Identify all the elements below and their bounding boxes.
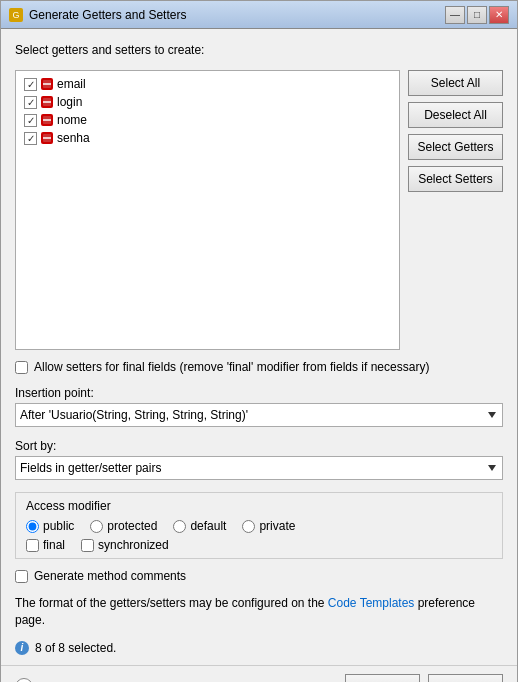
status-text: 8 of 8 selected. [35, 641, 116, 655]
field-type-icon [41, 78, 53, 90]
radio-protected-label: protected [107, 519, 157, 533]
synchronized-label: synchronized [98, 538, 169, 552]
radio-protected: protected [90, 519, 157, 533]
generate-getters-setters-window: G Generate Getters and Setters — □ ✕ Sel… [0, 0, 518, 682]
list-area: emailloginnomesenha Select All Deselect … [15, 70, 503, 350]
info-text-before: The format of the getters/setters may be… [15, 596, 328, 610]
status-icon: i [15, 641, 29, 655]
bottom-buttons: OK Cancel [345, 674, 503, 682]
window-title: Generate Getters and Setters [29, 8, 186, 22]
action-buttons: Select All Deselect All Select Getters S… [408, 70, 503, 350]
list-item[interactable]: senha [20, 129, 395, 147]
sort-by-select[interactable]: Fields in getter/setter pairs [15, 456, 503, 480]
ok-button[interactable]: OK [345, 674, 420, 682]
radio-protected-input[interactable] [90, 520, 103, 533]
radio-default-label: default [190, 519, 226, 533]
help-button[interactable]: ? [15, 678, 33, 682]
insertion-point-label: Insertion point: [15, 386, 503, 400]
radio-default: default [173, 519, 226, 533]
list-item[interactable]: nome [20, 111, 395, 129]
main-content: Select getters and setters to create: em… [1, 29, 517, 665]
code-templates-link[interactable]: Code Templates [328, 596, 415, 610]
titlebar-buttons: — □ ✕ [445, 6, 509, 24]
allow-setters-row: Allow setters for final fields (remove '… [15, 360, 503, 374]
allow-setters-checkbox[interactable] [15, 361, 28, 374]
access-modifier-section: Access modifier public protected default… [15, 492, 503, 559]
field-type-icon [41, 132, 53, 144]
allow-setters-label: Allow setters for final fields (remove '… [34, 360, 429, 374]
final-label: final [43, 538, 65, 552]
access-modifier-title: Access modifier [26, 499, 492, 513]
final-check: final [26, 538, 65, 552]
synchronized-checkbox[interactable] [81, 539, 94, 552]
info-text: The format of the getters/setters may be… [15, 595, 503, 629]
window-icon: G [9, 8, 23, 22]
field-checkbox[interactable] [24, 114, 37, 127]
select-all-button[interactable]: Select All [408, 70, 503, 96]
radio-private-input[interactable] [242, 520, 255, 533]
titlebar: G Generate Getters and Setters — □ ✕ [1, 1, 517, 29]
radio-public: public [26, 519, 74, 533]
field-name-label: login [57, 95, 82, 109]
sort-by-label: Sort by: [15, 439, 503, 453]
field-name-label: senha [57, 131, 90, 145]
radio-public-label: public [43, 519, 74, 533]
field-checkbox[interactable] [24, 78, 37, 91]
field-name-label: nome [57, 113, 87, 127]
section-label: Select getters and setters to create: [15, 43, 503, 57]
field-type-icon [41, 96, 53, 108]
final-checkbox[interactable] [26, 539, 39, 552]
deselect-all-button[interactable]: Deselect All [408, 102, 503, 128]
list-item[interactable]: email [20, 75, 395, 93]
sort-by-section: Sort by: Fields in getter/setter pairs [15, 439, 503, 480]
generate-comments-label: Generate method comments [34, 569, 186, 583]
field-checkbox[interactable] [24, 132, 37, 145]
select-getters-button[interactable]: Select Getters [408, 134, 503, 160]
titlebar-left: G Generate Getters and Setters [9, 8, 186, 22]
list-item[interactable]: login [20, 93, 395, 111]
radio-default-input[interactable] [173, 520, 186, 533]
status-row: i 8 of 8 selected. [15, 641, 503, 655]
fields-list[interactable]: emailloginnomesenha [15, 70, 400, 350]
bottom-left: ? [15, 678, 33, 682]
field-checkbox[interactable] [24, 96, 37, 109]
minimize-button[interactable]: — [445, 6, 465, 24]
select-setters-button[interactable]: Select Setters [408, 166, 503, 192]
radio-private: private [242, 519, 295, 533]
generate-comments-checkbox[interactable] [15, 570, 28, 583]
radio-private-label: private [259, 519, 295, 533]
field-type-icon [41, 114, 53, 126]
cancel-button[interactable]: Cancel [428, 674, 503, 682]
field-name-label: email [57, 77, 86, 91]
insertion-point-section: Insertion point: After 'Usuario(String, … [15, 386, 503, 427]
radio-public-input[interactable] [26, 520, 39, 533]
access-modifier-radio-row: public protected default private [26, 519, 492, 533]
modifier-check-row: final synchronized [26, 538, 492, 552]
generate-comments-row: Generate method comments [15, 569, 503, 583]
synchronized-check: synchronized [81, 538, 169, 552]
close-button[interactable]: ✕ [489, 6, 509, 24]
bottom-bar: ? OK Cancel [1, 665, 517, 682]
insertion-point-select[interactable]: After 'Usuario(String, String, String, S… [15, 403, 503, 427]
maximize-button[interactable]: □ [467, 6, 487, 24]
